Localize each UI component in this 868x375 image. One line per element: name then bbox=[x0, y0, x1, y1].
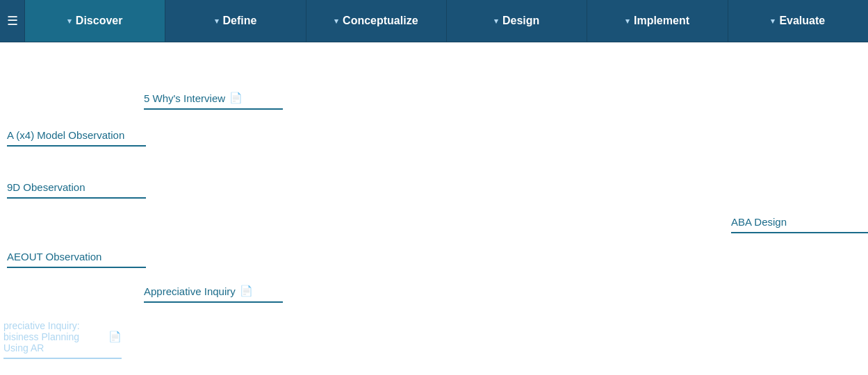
tool-title-partial: preciative Inquiry: bisiness Planning Us… bbox=[3, 320, 122, 359]
tool-title-aeout-observation: AEOUT Observation bbox=[7, 251, 146, 268]
tool-card-whys-interview[interactable]: 5 Why's Interview📄 bbox=[137, 86, 290, 115]
nav-item-evaluate[interactable]: ▾Evaluate bbox=[728, 0, 868, 42]
tool-title-text-model-observation: A (x4) Model Observation bbox=[7, 129, 124, 141]
document-icon: 📄 bbox=[229, 92, 243, 104]
tool-title-whys-interview: 5 Why's Interview📄 bbox=[144, 92, 283, 110]
nav-bar: ☰ ▾Discover▾Define▾Conceptualize▾Design▾… bbox=[0, 0, 868, 42]
chevron-down-icon: ▾ bbox=[215, 17, 219, 26]
nav-label-discover: Discover bbox=[76, 15, 123, 27]
tool-title-appreciative-inquiry: Appreciative Inquiry📄 bbox=[144, 285, 283, 303]
nav-item-design[interactable]: ▾Design bbox=[446, 0, 587, 42]
hamburger-button[interactable]: ☰ bbox=[0, 0, 24, 42]
tool-title-text-aeout-observation: AEOUT Observation bbox=[7, 251, 101, 262]
tool-title-text-appreciative-inquiry: Appreciative Inquiry bbox=[144, 285, 236, 297]
nav-item-implement[interactable]: ▾Implement bbox=[587, 0, 727, 42]
chevron-down-icon: ▾ bbox=[625, 17, 630, 26]
nav-label-define: Define bbox=[223, 15, 257, 27]
tool-card-9d-obeservation[interactable]: 9D Obeservation bbox=[0, 176, 153, 204]
nav-item-conceptualize[interactable]: ▾Conceptualize bbox=[306, 0, 446, 42]
chevron-down-icon: ▾ bbox=[67, 17, 72, 26]
nav-label-design: Design bbox=[502, 15, 539, 27]
document-icon: 📄 bbox=[240, 285, 253, 297]
document-icon: 📄 bbox=[108, 331, 122, 343]
nav-label-conceptualize: Conceptualize bbox=[343, 15, 418, 27]
hamburger-icon: ☰ bbox=[7, 13, 18, 28]
chevron-down-icon: ▾ bbox=[771, 17, 775, 26]
nav-label-implement: Implement bbox=[634, 15, 689, 27]
chevron-down-icon: ▾ bbox=[494, 17, 498, 26]
tool-title-text-9d-obeservation: 9D Obeservation bbox=[7, 181, 85, 193]
tool-title-9d-obeservation: 9D Obeservation bbox=[7, 181, 146, 199]
tool-title-aba-design: ABA Design bbox=[731, 216, 868, 233]
content-area: 5 Why's Interview📄A (x4) Model Observati… bbox=[0, 42, 868, 375]
tool-title-text-aba-design: ABA Design bbox=[731, 216, 787, 228]
nav-label-evaluate: Evaluate bbox=[779, 15, 825, 27]
tool-card-partial[interactable]: preciative Inquiry: bisiness Planning Us… bbox=[0, 315, 129, 365]
nav-item-discover[interactable]: ▾Discover bbox=[24, 0, 165, 42]
tool-card-aeout-observation[interactable]: AEOUT Observation bbox=[0, 245, 153, 274]
tool-card-appreciative-inquiry[interactable]: Appreciative Inquiry📄 bbox=[137, 279, 290, 308]
nav-item-define[interactable]: ▾Define bbox=[165, 0, 305, 42]
tool-card-aba-design[interactable]: ABA Design bbox=[724, 210, 868, 239]
tool-card-model-observation[interactable]: A (x4) Model Observation bbox=[0, 124, 153, 152]
tool-title-model-observation: A (x4) Model Observation bbox=[7, 129, 146, 147]
tool-title-text-whys-interview: 5 Why's Interview bbox=[144, 92, 225, 104]
chevron-down-icon: ▾ bbox=[334, 17, 338, 26]
tool-title-text-partial: preciative Inquiry: bisiness Planning Us… bbox=[3, 320, 104, 353]
